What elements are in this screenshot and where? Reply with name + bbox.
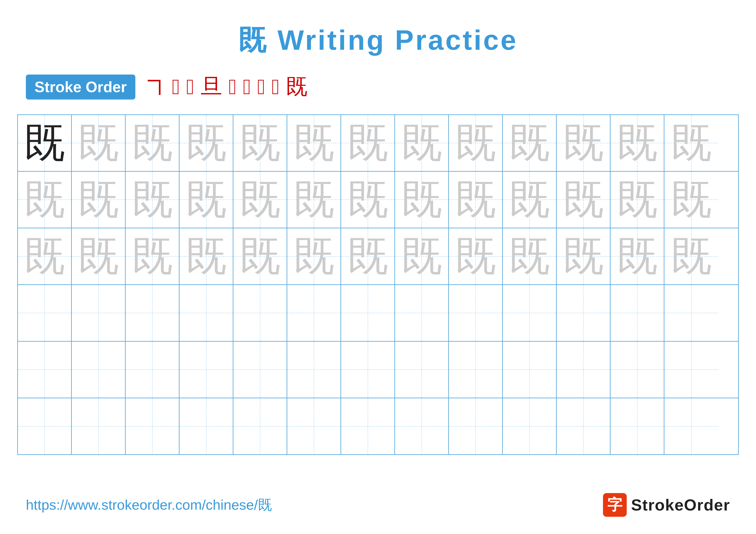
grid-cell-3-12[interactable]: 既 (610, 228, 664, 284)
grid-cell-6-10[interactable] (503, 398, 557, 454)
grid-cell-1-2[interactable]: 既 (72, 115, 126, 171)
grid-cell-1-3[interactable]: 既 (126, 115, 179, 171)
grid-cell-4-8[interactable] (395, 285, 449, 341)
grid-cell-6-8[interactable] (395, 398, 449, 454)
grid-cell-1-7[interactable]: 既 (341, 115, 395, 171)
grid-cell-2-6[interactable]: 既 (287, 172, 341, 228)
footer: https://www.strokeorder.com/chinese/既 字 … (26, 493, 730, 517)
grid-cell-1-12[interactable]: 既 (610, 115, 664, 171)
grid-row-3: 既 既 既 既 既 既 既 既 既 既 既 既 既 (18, 228, 738, 285)
grid-cell-5-12[interactable] (610, 342, 664, 398)
logo-icon: 字 (603, 493, 627, 517)
grid-cell-3-1[interactable]: 既 (18, 228, 72, 284)
grid-cell-2-12[interactable]: 既 (610, 172, 664, 228)
footer-logo: 字 StrokeOrder (603, 493, 730, 517)
grid-cell-1-8[interactable]: 既 (395, 115, 449, 171)
grid-cell-2-4[interactable]: 既 (179, 172, 233, 228)
grid-cell-2-7[interactable]: 既 (341, 172, 395, 228)
grid-cell-5-5[interactable] (233, 342, 287, 398)
grid-cell-2-10[interactable]: 既 (503, 172, 557, 228)
grid-cell-3-10[interactable]: 既 (503, 228, 557, 284)
grid-cell-5-10[interactable] (503, 342, 557, 398)
grid-cell-1-9[interactable]: 既 (449, 115, 503, 171)
grid-cell-2-3[interactable]: 既 (126, 172, 179, 228)
stroke-8: 𣆋 (272, 75, 280, 99)
grid-cell-3-5[interactable]: 既 (233, 228, 287, 284)
grid-cell-3-2[interactable]: 既 (72, 228, 126, 284)
stroke-2: 𠃍 (172, 75, 180, 99)
grid-cell-1-5[interactable]: 既 (233, 115, 287, 171)
grid-cell-4-1[interactable] (18, 285, 72, 341)
page-title: 既 Writing Practice (0, 0, 756, 60)
grid-row-2: 既 既 既 既 既 既 既 既 既 既 既 既 既 (18, 172, 738, 228)
grid-row-5 (18, 342, 738, 398)
grid-cell-2-11[interactable]: 既 (557, 172, 610, 228)
stroke-4: 旦 (201, 72, 222, 101)
stroke-order-row: Stroke Order ㇕ 𠃍 𠃊 旦 𣆈 𣆉 𣆊 𣆋 既 (0, 60, 756, 110)
grid-cell-6-13[interactable] (664, 398, 718, 454)
grid-cell-1-10[interactable]: 既 (503, 115, 557, 171)
grid-cell-1-4[interactable]: 既 (179, 115, 233, 171)
grid-cell-4-10[interactable] (503, 285, 557, 341)
stroke-7: 𣆊 (257, 75, 265, 99)
stroke-order-badge: Stroke Order (26, 75, 135, 99)
grid-cell-5-7[interactable] (341, 342, 395, 398)
grid-cell-5-4[interactable] (179, 342, 233, 398)
grid-cell-1-1[interactable]: 既 (18, 115, 72, 171)
grid-cell-2-13[interactable]: 既 (664, 172, 718, 228)
grid-row-6 (18, 398, 738, 454)
grid-cell-3-9[interactable]: 既 (449, 228, 503, 284)
grid-cell-3-7[interactable]: 既 (341, 228, 395, 284)
grid-cell-6-11[interactable] (557, 398, 610, 454)
grid-cell-1-11[interactable]: 既 (557, 115, 610, 171)
grid-row-1: 既 既 既 既 既 既 既 既 既 既 既 既 既 (18, 115, 738, 172)
grid-cell-2-9[interactable]: 既 (449, 172, 503, 228)
grid-cell-2-2[interactable]: 既 (72, 172, 126, 228)
grid-cell-6-4[interactable] (179, 398, 233, 454)
practice-grid: 既 既 既 既 既 既 既 既 既 既 既 既 既 既 既 既 既 既 既 既 … (17, 114, 739, 455)
grid-cell-4-2[interactable] (72, 285, 126, 341)
grid-cell-4-13[interactable] (664, 285, 718, 341)
grid-cell-5-11[interactable] (557, 342, 610, 398)
grid-cell-3-6[interactable]: 既 (287, 228, 341, 284)
grid-cell-1-13[interactable]: 既 (664, 115, 718, 171)
grid-cell-3-4[interactable]: 既 (179, 228, 233, 284)
grid-cell-4-7[interactable] (341, 285, 395, 341)
grid-cell-6-7[interactable] (341, 398, 395, 454)
grid-cell-2-5[interactable]: 既 (233, 172, 287, 228)
grid-cell-1-6[interactable]: 既 (287, 115, 341, 171)
footer-url[interactable]: https://www.strokeorder.com/chinese/既 (26, 496, 272, 514)
stroke-9: 既 (286, 72, 308, 101)
grid-cell-4-12[interactable] (610, 285, 664, 341)
grid-cell-5-9[interactable] (449, 342, 503, 398)
grid-cell-2-1[interactable]: 既 (18, 172, 72, 228)
grid-cell-4-4[interactable] (179, 285, 233, 341)
stroke-3: 𠃊 (186, 75, 194, 99)
grid-cell-2-8[interactable]: 既 (395, 172, 449, 228)
grid-cell-5-2[interactable] (72, 342, 126, 398)
grid-cell-6-12[interactable] (610, 398, 664, 454)
grid-cell-3-13[interactable]: 既 (664, 228, 718, 284)
grid-cell-4-6[interactable] (287, 285, 341, 341)
grid-cell-5-3[interactable] (126, 342, 179, 398)
grid-cell-6-2[interactable] (72, 398, 126, 454)
grid-cell-5-8[interactable] (395, 342, 449, 398)
logo-text: StrokeOrder (631, 496, 730, 514)
grid-cell-5-6[interactable] (287, 342, 341, 398)
grid-cell-6-6[interactable] (287, 398, 341, 454)
grid-cell-5-13[interactable] (664, 342, 718, 398)
grid-cell-4-3[interactable] (126, 285, 179, 341)
grid-cell-3-11[interactable]: 既 (557, 228, 610, 284)
grid-cell-3-8[interactable]: 既 (395, 228, 449, 284)
grid-cell-4-5[interactable] (233, 285, 287, 341)
grid-cell-3-3[interactable]: 既 (126, 228, 179, 284)
grid-cell-6-9[interactable] (449, 398, 503, 454)
stroke-5: 𣆈 (229, 75, 237, 99)
grid-cell-6-3[interactable] (126, 398, 179, 454)
grid-cell-4-11[interactable] (557, 285, 610, 341)
stroke-1: ㇕ (144, 72, 166, 101)
grid-cell-5-1[interactable] (18, 342, 72, 398)
grid-cell-6-5[interactable] (233, 398, 287, 454)
grid-cell-6-1[interactable] (18, 398, 72, 454)
grid-cell-4-9[interactable] (449, 285, 503, 341)
